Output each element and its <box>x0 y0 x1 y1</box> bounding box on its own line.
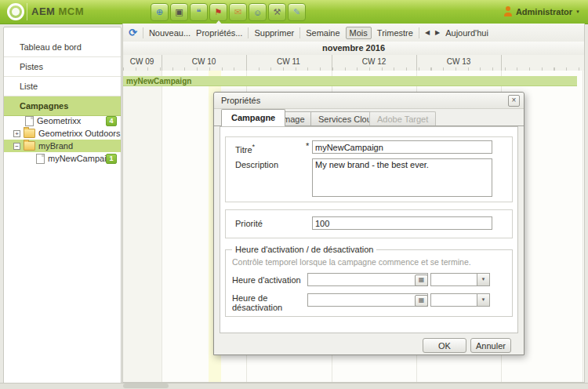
toolbar-divider <box>143 27 143 38</box>
off-time-select[interactable]: ▼ <box>430 293 490 307</box>
out-of-month-band <box>123 71 162 382</box>
prev-arrow-icon[interactable]: ◀ <box>425 29 430 36</box>
page-icon <box>25 116 34 126</box>
off-time-label: Heure de désactivation <box>232 293 303 312</box>
refresh-icon[interactable]: ⟳ <box>129 27 137 38</box>
title-input[interactable] <box>312 140 492 154</box>
ok-button[interactable]: OK <box>423 338 466 353</box>
chevron-down-icon[interactable]: ▼ <box>477 294 489 306</box>
module-switcher: ⊕ ▣ ❝ ⚑ ✉ ☺ ⚒ ✎ <box>151 3 306 21</box>
count-badge: 4 <box>106 116 117 126</box>
cancel-button[interactable]: Annuler <box>470 338 511 353</box>
sidebar-item-pistes[interactable]: Pistes <box>4 57 121 77</box>
activation-time-hint: Contrôle temporel lorsque la campagne co… <box>232 257 471 267</box>
on-time-label: Heure d'activation <box>232 275 301 285</box>
websites-glyph: ⊕ <box>156 7 163 17</box>
chevron-down-icon: ▼ <box>575 9 580 14</box>
new-button[interactable]: Nouveau... <box>149 28 191 38</box>
grid-line <box>162 71 162 382</box>
priority-label: Priorité <box>235 219 263 228</box>
delete-button[interactable]: Supprimer <box>254 28 294 38</box>
next-arrow-icon[interactable]: ▶ <box>435 29 440 36</box>
properties-button[interactable]: Propriétés... <box>196 28 242 38</box>
users-glyph: ☺ <box>253 8 262 17</box>
horizontal-scrollbar[interactable] <box>123 384 169 388</box>
sidebar-nav: Tableau de bord Pistes Liste Campagnes <box>4 38 121 116</box>
expand-icon[interactable]: + <box>13 130 20 137</box>
calendar-icon[interactable]: ▦ <box>415 295 428 307</box>
view-month-button[interactable]: Mois <box>346 27 372 39</box>
count-badge: 1 <box>106 154 117 164</box>
digital-assets-glyph: ▣ <box>175 7 183 17</box>
sidebar-item-label: Tableau de bord <box>20 42 82 52</box>
folder-open-icon <box>24 141 35 151</box>
tree-item-label: myBrand <box>38 141 73 151</box>
users-icon[interactable]: ☺ <box>249 3 267 21</box>
aem-logo-icon[interactable] <box>7 3 24 20</box>
tree-item-mybrand[interactable]: − myBrand <box>4 140 121 152</box>
toolbar-divider <box>419 27 419 38</box>
tree-item-mynewcampaign[interactable]: myNewCampaign 1 <box>4 152 121 165</box>
sidebar-item-tableau-de-bord[interactable]: Tableau de bord <box>4 38 121 57</box>
title-description-group: Titre* * Description My new brand - the … <box>225 136 513 202</box>
inbox-glyph: ✉ <box>234 7 241 17</box>
required-star: * <box>252 143 256 151</box>
collapse-icon[interactable]: − <box>13 143 20 150</box>
on-time-select[interactable]: ▼ <box>430 273 490 286</box>
view-quarter-button[interactable]: Trimestre <box>377 28 413 38</box>
tagging-icon[interactable]: ✎ <box>288 3 306 21</box>
close-icon[interactable]: × <box>508 95 520 107</box>
campaign-tree: Geometrixx 4 + Geometrixx Outdoors − myB… <box>4 115 121 165</box>
brand-aem: AEM <box>31 5 55 17</box>
today-button[interactable]: Aujourd'hui <box>445 28 488 38</box>
off-time-date-input[interactable] <box>307 293 428 307</box>
required-star: * <box>306 141 309 151</box>
campaign-bar-mynewcampaign[interactable]: myNewCampaign <box>123 76 577 86</box>
tree-item-geometrixx-outdoors[interactable]: + Geometrixx Outdoors <box>4 127 121 140</box>
top-bar: AEM MCM ⊕ ▣ ❝ ⚑ ✉ ☺ ⚒ ✎ Administrator ▼ <box>0 0 588 24</box>
sidebar-item-label: Pistes <box>20 62 43 71</box>
app-title: AEM MCM <box>31 5 84 17</box>
chevron-down-icon[interactable]: ▼ <box>477 274 489 285</box>
user-menu[interactable]: Administrator ▼ <box>503 6 580 16</box>
calendar-icon[interactable]: ▦ <box>415 274 428 286</box>
campagne-tab-panel: Titre* * Description My new brand - the … <box>220 126 518 333</box>
inbox-icon[interactable]: ✉ <box>229 3 247 21</box>
tree-item-label: Geometrixx Outdoors <box>38 129 121 138</box>
community-icon[interactable]: ❝ <box>190 3 208 21</box>
tools-icon[interactable]: ⚒ <box>268 3 286 21</box>
view-week-button[interactable]: Semaine <box>306 28 339 38</box>
activation-time-fieldset: Heure d'activation / de désactivation Co… <box>225 245 513 317</box>
title-label: Titre* <box>235 143 255 155</box>
logo-divider <box>27 3 27 20</box>
campaigns-glyph: ⚑ <box>215 7 223 17</box>
timeline-toolbar: ⟳ Nouveau... Propriétés... Supprimer Sem… <box>123 24 584 42</box>
campaigns-icon[interactable]: ⚑ <box>209 3 227 21</box>
sidebar-item-campagnes[interactable]: Campagnes <box>4 96 121 116</box>
tab-campagne[interactable]: Campagne <box>221 109 285 126</box>
toolbar-divider <box>248 27 249 38</box>
tools-glyph: ⚒ <box>274 7 281 17</box>
aem-mcm-window: AEM MCM ⊕ ▣ ❝ ⚑ ✉ ☺ ⚒ ✎ Administrator ▼ … <box>0 0 588 389</box>
cw-label: CW 13 <box>447 57 471 66</box>
priority-group: Priorité <box>225 209 513 238</box>
description-textarea[interactable]: My new brand - the best ever. <box>312 158 492 197</box>
calendar-week-row: CW 09 CW 10 CW 11 CW 12 CW 13 <box>123 55 584 71</box>
cw-label: CW 11 <box>277 57 300 66</box>
dialog-tabs: Campagne Image Services Cloud Adobe Targ… <box>214 109 524 126</box>
on-time-date-input[interactable] <box>307 273 428 286</box>
priority-input[interactable] <box>312 216 492 230</box>
sidebar-item-liste[interactable]: Liste <box>4 77 121 96</box>
properties-dialog: Propriétés × Campagne Image Services Clo… <box>213 92 524 355</box>
websites-icon[interactable]: ⊕ <box>151 3 169 21</box>
tree-item-geometrixx[interactable]: Geometrixx 4 <box>4 115 121 127</box>
dialog-title: Propriétés <box>214 93 524 109</box>
sidebar: Tableau de bord Pistes Liste Campagnes G… <box>3 27 122 384</box>
status-bar <box>0 383 588 389</box>
user-avatar-icon <box>503 6 513 16</box>
sidebar-item-label: Liste <box>20 82 38 91</box>
digital-assets-icon[interactable]: ▣ <box>170 3 188 21</box>
grid-line <box>583 71 583 382</box>
description-label: Description <box>235 160 278 169</box>
month-header: novembre 2016 <box>123 42 584 56</box>
